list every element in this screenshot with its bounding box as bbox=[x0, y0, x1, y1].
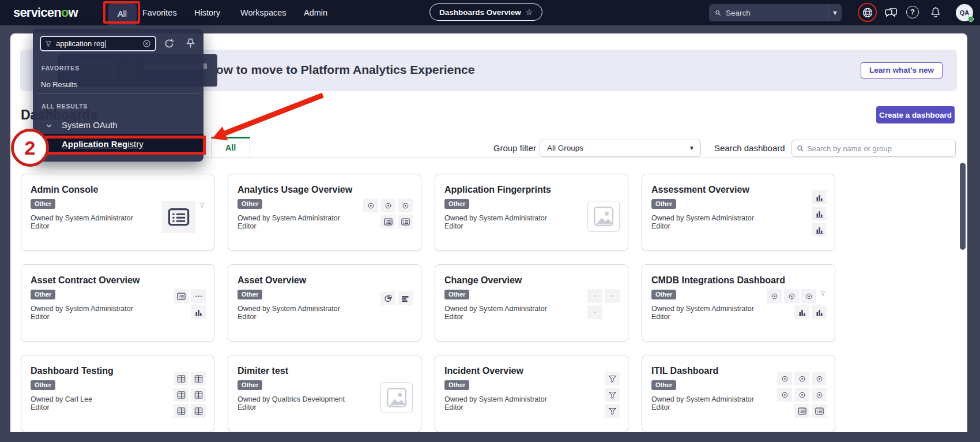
card-role: Editor bbox=[651, 222, 826, 230]
filter-funnel-icon bbox=[45, 40, 52, 47]
nav-item-favorites[interactable]: Favorites bbox=[142, 0, 177, 25]
dashboard-card[interactable]: Dashboard Testing Other Owned by Carl Le… bbox=[21, 355, 214, 432]
create-dashboard-button[interactable]: Create a dashboard bbox=[876, 106, 955, 123]
card-owner: Owned by System Administrator bbox=[651, 214, 826, 222]
nav-item-admin[interactable]: Admin bbox=[304, 0, 327, 25]
servicenow-dashboard-page: { "colors": { "accent_purple":"#564ec1",… bbox=[0, 0, 980, 442]
card-thumbnail bbox=[363, 198, 413, 229]
card-owner: Owned by System Administrator bbox=[444, 395, 619, 403]
dashboard-card[interactable]: Change Overview Other Owned by System Ad… bbox=[435, 264, 628, 342]
table-icon bbox=[174, 404, 189, 418]
card-category-badge: Other bbox=[238, 199, 262, 209]
menu-filter-value[interactable]: application reg bbox=[56, 39, 105, 48]
dashboard-card[interactable]: CMDB Integrations Dashboard Other Owned … bbox=[642, 264, 835, 342]
chat-button[interactable] bbox=[884, 6, 898, 20]
circle-icon bbox=[784, 289, 799, 303]
card-title: Admin Console bbox=[31, 185, 205, 195]
tab-all[interactable]: All bbox=[211, 137, 250, 158]
search-dashboard-input[interactable] bbox=[807, 144, 951, 153]
group-filter-select[interactable]: All Groups ▼ bbox=[540, 140, 701, 157]
chat-icon bbox=[884, 6, 898, 20]
dashboard-card[interactable]: Dimiter test Other Owned by Qualtrics De… bbox=[228, 355, 421, 432]
current-page-pill[interactable]: Dashboards Overview ☆ bbox=[429, 3, 542, 21]
globe-annotation-ring[interactable] bbox=[858, 3, 877, 22]
chevron-down-icon bbox=[46, 121, 52, 128]
card-owner: Owned by System Administrator bbox=[238, 305, 412, 313]
bars-icon bbox=[812, 223, 827, 237]
card-category-badge: Other bbox=[444, 380, 469, 390]
learn-whats-new-button[interactable]: Learn what's new bbox=[861, 62, 943, 78]
list-icon bbox=[812, 404, 827, 418]
funnel-icon bbox=[605, 404, 620, 418]
circle-icon bbox=[794, 372, 809, 385]
table-icon bbox=[174, 372, 189, 385]
blank-tile bbox=[174, 305, 189, 319]
image-icon bbox=[587, 201, 620, 232]
card-title: CMDB Integrations Dashboard bbox=[651, 275, 826, 286]
annotation-step-number: 2 bbox=[25, 137, 36, 159]
pin-menu-button[interactable] bbox=[184, 38, 197, 50]
chevron-down-icon: ▼ bbox=[832, 9, 838, 16]
nav-item-workspaces[interactable]: Workspaces bbox=[240, 0, 287, 25]
refresh-button[interactable] bbox=[163, 38, 175, 50]
top-nav: servicenow All Favorites History Workspa… bbox=[0, 0, 980, 25]
circle-icon bbox=[398, 198, 413, 212]
chevron-down-icon: ▼ bbox=[689, 140, 695, 156]
favorite-star-icon[interactable]: ☆ bbox=[526, 8, 533, 17]
card-title: Application Fingerprints bbox=[444, 185, 619, 195]
dot-icon bbox=[605, 289, 620, 303]
circle-icon bbox=[363, 198, 378, 212]
presence-dot-icon bbox=[968, 16, 974, 22]
search-scope-dropdown[interactable]: ▼ bbox=[828, 4, 842, 21]
card-category-badge: Other bbox=[31, 290, 55, 299]
circle-icon bbox=[801, 289, 816, 303]
card-title: Dimiter test bbox=[238, 366, 412, 376]
menu-filter-field[interactable]: application reg bbox=[40, 36, 156, 51]
dashboard-card[interactable]: Assessment Overview Other Owned by Syste… bbox=[642, 174, 835, 251]
circle-icon bbox=[812, 372, 827, 385]
dashboard-card[interactable]: ITIL Dashboard Other Owned by System Adm… bbox=[642, 355, 835, 432]
dashboard-card[interactable]: Admin Console Other Owned by System Admi… bbox=[21, 174, 214, 251]
dashboard-card[interactable]: Application Fingerprints Other Owned by … bbox=[435, 174, 628, 251]
nav-item-history[interactable]: History bbox=[194, 0, 220, 25]
card-title: Incident Overview bbox=[444, 366, 619, 376]
clear-circle-x-icon bbox=[142, 39, 151, 48]
card-title: Analytics Usage Overview bbox=[238, 185, 412, 195]
card-category-badge: Other bbox=[651, 290, 676, 299]
user-avatar[interactable]: QA bbox=[956, 4, 973, 21]
funnel-icon bbox=[819, 289, 827, 297]
card-title: Asset Overview bbox=[238, 275, 412, 286]
list-icon bbox=[174, 289, 189, 303]
dashboard-card[interactable]: Analytics Usage Overview Other Owned by … bbox=[228, 174, 421, 251]
list-icon bbox=[162, 201, 195, 233]
vertical-scrollbar[interactable] bbox=[960, 163, 966, 250]
dashboard-card[interactable]: Incident Overview Other Owned by System … bbox=[435, 355, 628, 432]
search-dashboard-field[interactable] bbox=[791, 140, 956, 157]
list-icon bbox=[398, 215, 413, 229]
table-icon bbox=[191, 404, 206, 418]
notifications-button[interactable] bbox=[929, 6, 942, 18]
dots-icon bbox=[191, 289, 206, 303]
card-category-badge: Other bbox=[651, 380, 676, 390]
circle-icon bbox=[812, 388, 827, 402]
annotation-box-application-registry bbox=[25, 136, 206, 155]
clear-filter-button[interactable] bbox=[142, 39, 151, 48]
dot-icon bbox=[587, 289, 602, 303]
global-search-input[interactable] bbox=[726, 9, 828, 17]
banner-title: Learn how to move to Platform Analytics … bbox=[172, 63, 474, 77]
dashboard-card[interactable]: Asset Contract Overview Other Owned by S… bbox=[21, 264, 214, 342]
servicenow-logo[interactable]: servicenow bbox=[13, 0, 78, 25]
dashboard-card[interactable]: Asset Overview Other Owned by System Adm… bbox=[228, 264, 421, 342]
search-icon bbox=[715, 9, 721, 17]
circle-icon bbox=[777, 388, 792, 402]
card-thumbnail bbox=[587, 201, 620, 232]
menu-group-system-oauth[interactable]: System OAuth bbox=[33, 117, 203, 133]
global-search[interactable]: ▼ bbox=[709, 4, 842, 21]
help-icon: ? bbox=[910, 8, 915, 16]
dashboards-grid: Admin Console Other Owned by System Admi… bbox=[21, 174, 835, 432]
funnel-icon bbox=[198, 201, 206, 209]
help-button[interactable]: ? bbox=[906, 6, 919, 18]
card-thumbnail bbox=[380, 291, 413, 305]
all-results-section-label: ALL RESULTS bbox=[42, 103, 88, 110]
search-dashboard-label: Search dashboard bbox=[714, 143, 789, 153]
